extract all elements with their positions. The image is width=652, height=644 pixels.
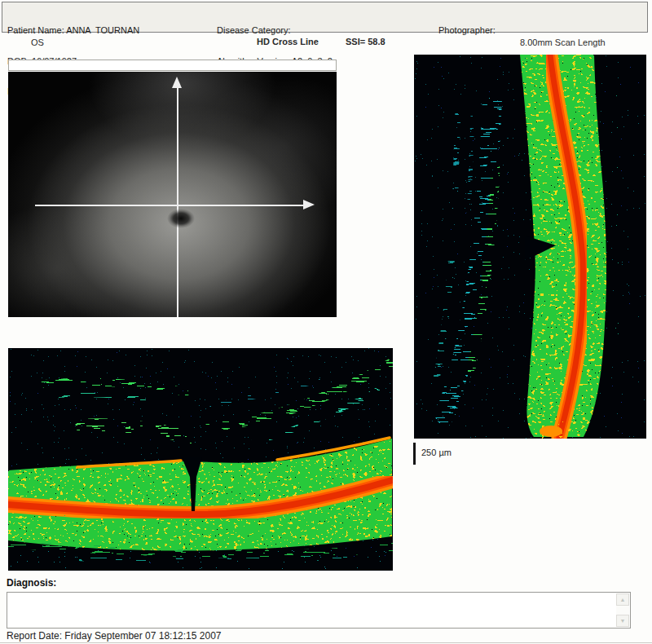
patient-info-header: Patient Name: ANNA TOURNAN DOB: 16/07/19…: [2, 2, 648, 33]
oct-retina-band: [520, 55, 606, 439]
scroll-down-icon[interactable]: ▼: [616, 615, 629, 627]
diagnosis-label: Diagnosis:: [7, 577, 56, 589]
page-bottom-divider: [0, 642, 652, 643]
disease-category-line: Disease Category:: [217, 25, 333, 36]
scale-bar: [413, 443, 416, 465]
horizontal-scan-line: [35, 205, 304, 206]
photographer-line: Photographer:: [438, 25, 597, 36]
patient-name-line: Patient Name: ANNA TOURNAN: [7, 25, 139, 36]
oct-right-speckle: [614, 87, 619, 364]
scan-length-label: 8.00mm Scan Length: [520, 37, 606, 47]
diagnosis-scrollbar[interactable]: ▲ ▼: [616, 593, 629, 627]
macula-dark-spot: [167, 209, 195, 228]
fundus-title-box: [8, 60, 337, 71]
scan-type-title: HD Cross Line: [257, 37, 319, 46]
eye-label: OS: [31, 37, 44, 47]
vertical-scan-line: [177, 86, 178, 317]
oct-bottom-speckle: [8, 550, 393, 571]
diagnosis-input[interactable]: [9, 594, 615, 626]
ssi-value: SSI= 58.8: [346, 37, 385, 46]
report-date: Report Date: Friday September 07 18:12:1…: [7, 630, 222, 642]
oct-bottom-blob-core: [540, 426, 562, 437]
scroll-up-icon[interactable]: ▲: [616, 593, 629, 606]
oct-vertical-bscan-image: [414, 55, 646, 439]
oct-horizontal-bscan-image: [8, 348, 393, 571]
horizontal-scan-arrow-icon: [303, 200, 315, 210]
diagnosis-box: ▲ ▼: [7, 592, 631, 629]
oct-report-page: Patient Name: ANNA TOURNAN DOB: 16/07/19…: [0, 0, 652, 644]
scale-bar-label: 250 µm: [421, 448, 452, 457]
fundus-image: [8, 72, 337, 317]
